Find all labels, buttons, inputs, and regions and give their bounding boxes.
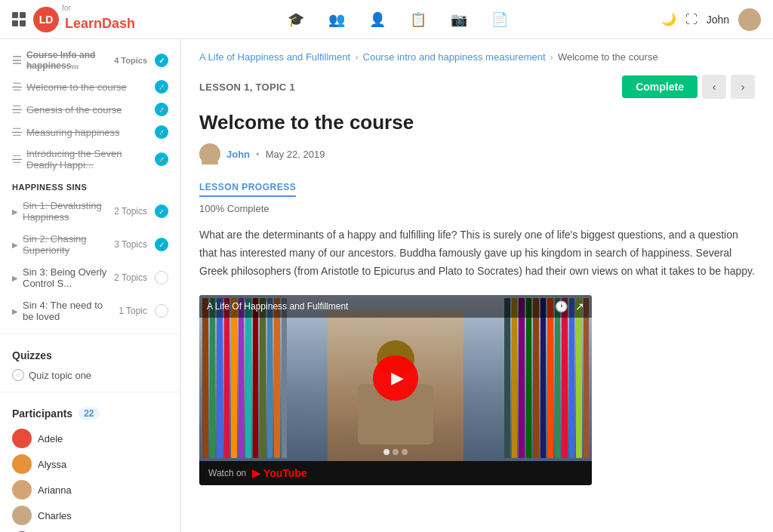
video-overlay <box>199 295 592 461</box>
participant-alyssa[interactable]: Alyssa <box>0 451 180 477</box>
main-layout: ☰ Course Info and happiness... 4 Topics … <box>0 39 773 532</box>
participants-count: 22 <box>79 407 99 420</box>
name-arianna: Arianna <box>38 484 72 496</box>
nav-center: 🎓 👥 👤 📋 📷 📄 <box>135 11 661 28</box>
main-content: A Life of Happiness and Fulfillment › Co… <box>181 39 773 532</box>
name-alyssa: Alyssa <box>38 459 66 470</box>
sidebar-item-sin3[interactable]: ▶ Sin 3: Being Overly Control S... 2 Top… <box>0 261 180 294</box>
video-dots <box>383 449 408 455</box>
clipboard-icon[interactable]: 📋 <box>410 11 427 28</box>
author-line: John • May 22, 2019 <box>199 143 755 165</box>
empty-sin3 <box>155 271 168 284</box>
sin3-topic-count: 2 Topics <box>114 272 147 283</box>
dot-separator: • <box>256 149 260 160</box>
content-area: Welcome to the course John • May 22, 201… <box>181 111 773 503</box>
chevron-icon-sin3: ▶ <box>12 274 18 282</box>
participant-arianna[interactable]: Arianna <box>0 477 180 503</box>
logo-initials: LD <box>39 14 54 26</box>
play-button[interactable] <box>373 355 418 401</box>
breadcrumb-sep-1: › <box>355 51 358 63</box>
avatar-alyssa <box>12 454 32 474</box>
publish-date: May 22, 2019 <box>266 149 325 160</box>
breadcrumb-link-2[interactable]: Course intro and happiness measurement <box>363 51 546 63</box>
author-avatar <box>199 143 220 165</box>
item-label-introducing: Introducing the Seven Deadly Happi... <box>26 148 150 171</box>
quizzes-header: Quizzes <box>0 340 180 364</box>
lesson-actions: Complete ‹ › <box>622 75 755 99</box>
sidebar-item-measuring[interactable]: ☰ Measuring happiness ✓ <box>0 121 180 143</box>
participant-emily[interactable]: Emily <box>0 528 180 532</box>
avatar-arianna <box>12 480 32 500</box>
lesson-progress-section: LESSON PROGRESS 100% Complete <box>199 180 755 214</box>
sidebar-item-sin4[interactable]: ▶ Sin 4: The need to be loved 1 Topic <box>0 294 180 328</box>
avatar-adele <box>12 429 32 448</box>
user-icon[interactable]: 👤 <box>369 11 386 28</box>
sidebar-item-genesis[interactable]: ☰ Genesis of the course ✓ <box>0 98 180 121</box>
sin4-topic-count: 1 Topic <box>119 306 147 316</box>
grid-icon[interactable] <box>12 12 27 27</box>
list-icon: ☰ <box>12 54 22 66</box>
camera-icon[interactable]: 📷 <box>451 11 467 28</box>
list-icon-2: ☰ <box>12 103 22 115</box>
complete-button[interactable]: Complete <box>622 75 698 98</box>
prev-button[interactable]: ‹ <box>702 75 726 99</box>
participants-header: Participants 22 <box>0 398 180 426</box>
user-name-label: John <box>707 14 729 26</box>
topic-count: 4 Topics <box>114 56 147 65</box>
sin1-topic-count: 2 Topics <box>114 206 147 217</box>
breadcrumb: A Life of Happiness and Fulfillment › Co… <box>181 39 773 69</box>
sidebar-item-quiz1[interactable]: ○ Quiz topic one <box>0 364 180 386</box>
users-icon[interactable]: 👥 <box>328 11 345 28</box>
progress-percentage: 100% Complete <box>199 203 755 214</box>
participant-charles[interactable]: Charles <box>0 503 180 528</box>
video-footer: Watch on ▶ YouTube <box>199 461 592 485</box>
document-icon[interactable]: 📄 <box>491 11 508 28</box>
divider-1 <box>0 334 180 334</box>
user-avatar[interactable] <box>738 8 761 31</box>
nav-right: 🌙 ⛶ John <box>661 8 761 31</box>
breadcrumb-link-1[interactable]: A Life of Happiness and Fulfillment <box>199 51 350 63</box>
quiz-circle-icon: ○ <box>12 369 24 381</box>
sidebar-item-sin1[interactable]: ▶ Sin 1: Devalusting Happiness 2 Topics … <box>0 195 180 228</box>
sin4-label: Sin 4: The need to be loved <box>23 300 114 322</box>
sidebar-item-course-header[interactable]: ☰ Course Info and happiness... 4 Topics … <box>0 39 180 75</box>
logo-icon: LD <box>33 7 59 32</box>
sidebar-item-welcome[interactable]: ☰ Welcome to the course ✓ <box>0 75 180 98</box>
graduation-cap-icon[interactable]: 🎓 <box>288 11 304 28</box>
name-charles: Charles <box>38 510 72 521</box>
sin1-label: Sin 1: Devalusting Happiness <box>23 200 109 223</box>
chevron-icon-sin2: ▶ <box>12 241 18 249</box>
course-section-label: Course Info and happiness... <box>26 50 109 71</box>
video-container[interactable]: A Life Of Happiness and Fulfillment 🕐 ↗ <box>199 295 592 485</box>
avatar-charles <box>12 506 32 525</box>
empty-sin4 <box>155 304 168 318</box>
watch-on-label: Watch on <box>208 468 246 478</box>
check-introducing: ✓ <box>155 152 168 166</box>
divider-2 <box>0 392 180 392</box>
fullscreen-icon[interactable]: ⛶ <box>685 13 698 26</box>
breadcrumb-current: Welcome to the course <box>558 51 658 63</box>
sin2-topic-count: 3 Topics <box>114 239 147 250</box>
video-thumbnail: A Life Of Happiness and Fulfillment 🕐 ↗ <box>199 295 592 461</box>
check-measuring: ✓ <box>155 125 168 139</box>
chevron-icon-sin4: ▶ <box>12 307 18 315</box>
logo-area: for LearnDash <box>65 9 135 30</box>
progress-label: LESSON PROGRESS <box>199 182 296 197</box>
sidebar-item-sin2[interactable]: ▶ Sin 2: Chasing Superiority 3 Topics ✓ <box>0 228 180 261</box>
participant-adele[interactable]: Adele <box>0 426 180 451</box>
sidebar-item-introducing[interactable]: ☰ Introducing the Seven Deadly Happi... … <box>0 143 180 175</box>
moon-icon[interactable]: 🌙 <box>661 12 676 26</box>
completed-check: ✓ <box>155 54 168 67</box>
item-label-welcome: Welcome to the course <box>26 81 150 93</box>
item-label-measuring: Measuring happiness <box>26 127 150 138</box>
author-name[interactable]: John <box>226 149 250 160</box>
quiz1-label: Quiz topic one <box>29 370 91 381</box>
logo-for: for <box>62 5 132 12</box>
next-button[interactable]: › <box>731 75 755 99</box>
check-welcome: ✓ <box>155 80 168 94</box>
youtube-logo: ▶ YouTube <box>252 467 306 479</box>
nav-left: LD for LearnDash <box>12 7 135 32</box>
sidebar: ☰ Course Info and happiness... 4 Topics … <box>0 39 181 532</box>
list-icon-4: ☰ <box>12 153 22 165</box>
lesson-header: LESSON 1, TOPIC 1 Complete ‹ › <box>181 69 773 111</box>
